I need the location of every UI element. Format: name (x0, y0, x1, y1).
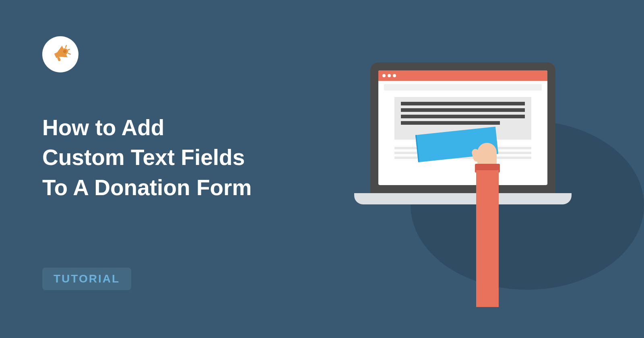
url-bar (384, 84, 542, 91)
badge-label: TUTORIAL (54, 272, 120, 285)
forearm (476, 170, 499, 307)
page-title: How to Add Custom Text Fields To A Donat… (42, 113, 252, 202)
laptop-screen (370, 62, 555, 193)
logo-circle (42, 36, 78, 72)
hero-illustration (346, 62, 620, 288)
window-dot (388, 74, 391, 77)
browser-toolbar (378, 70, 547, 81)
title-line-3: To A Donation Form (42, 175, 252, 200)
browser-window (378, 70, 547, 185)
window-dot (393, 74, 396, 77)
text-placeholder (401, 115, 525, 118)
category-badge: TUTORIAL (42, 268, 131, 290)
text-placeholder (401, 121, 500, 125)
text-placeholder (401, 108, 525, 112)
title-line-1: How to Add (42, 115, 164, 140)
hand (477, 143, 497, 166)
window-dot (382, 74, 386, 77)
title-line-2: Custom Text Fields (42, 145, 245, 170)
text-placeholder (401, 102, 525, 105)
arm-graphic (475, 143, 499, 304)
megaphone-icon (49, 42, 72, 66)
laptop-base (354, 193, 572, 204)
